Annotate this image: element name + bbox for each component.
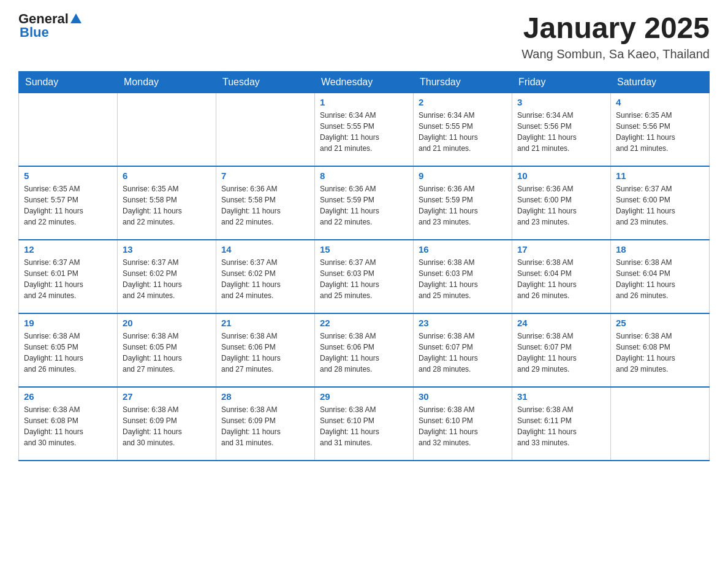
calendar-cell: 14Sunrise: 6:37 AMSunset: 6:02 PMDayligh… xyxy=(216,240,315,313)
day-info: Sunrise: 6:35 AMSunset: 5:57 PMDaylight:… xyxy=(24,183,112,228)
month-title: January 2025 xyxy=(521,12,710,45)
day-info: Sunrise: 6:36 AMSunset: 5:59 PMDaylight:… xyxy=(419,183,507,228)
calendar-cell: 4Sunrise: 6:35 AMSunset: 5:56 PMDaylight… xyxy=(611,93,710,166)
day-number: 22 xyxy=(320,318,408,328)
calendar-cell: 17Sunrise: 6:38 AMSunset: 6:04 PMDayligh… xyxy=(512,240,611,313)
calendar-cell: 21Sunrise: 6:38 AMSunset: 6:06 PMDayligh… xyxy=(216,313,315,387)
day-info: Sunrise: 6:37 AMSunset: 6:01 PMDaylight:… xyxy=(24,257,112,301)
col-wednesday: Wednesday xyxy=(315,71,414,93)
calendar-cell: 15Sunrise: 6:37 AMSunset: 6:03 PMDayligh… xyxy=(315,240,414,313)
day-number: 27 xyxy=(123,391,211,402)
day-info: Sunrise: 6:38 AMSunset: 6:07 PMDaylight:… xyxy=(517,331,605,375)
calendar-cell: 2Sunrise: 6:34 AMSunset: 5:55 PMDaylight… xyxy=(414,93,512,166)
day-info: Sunrise: 6:38 AMSunset: 6:09 PMDaylight:… xyxy=(221,404,309,448)
logo-triangle-icon xyxy=(70,13,82,23)
title-block: January 2025 Wang Sombun, Sa Kaeo, Thail… xyxy=(521,12,710,61)
calendar-cell: 22Sunrise: 6:38 AMSunset: 6:06 PMDayligh… xyxy=(315,313,414,387)
day-info: Sunrise: 6:38 AMSunset: 6:08 PMDaylight:… xyxy=(24,404,112,448)
day-info: Sunrise: 6:36 AMSunset: 5:59 PMDaylight:… xyxy=(320,183,408,228)
day-number: 2 xyxy=(419,97,507,107)
day-number: 10 xyxy=(517,170,605,181)
day-number: 13 xyxy=(123,244,211,255)
col-tuesday: Tuesday xyxy=(216,71,315,93)
day-info: Sunrise: 6:37 AMSunset: 6:02 PMDaylight:… xyxy=(221,257,309,301)
header-row: Sunday Monday Tuesday Wednesday Thursday… xyxy=(19,71,710,93)
day-number: 29 xyxy=(320,391,408,402)
calendar-cell: 27Sunrise: 6:38 AMSunset: 6:09 PMDayligh… xyxy=(118,387,216,461)
calendar-cell: 29Sunrise: 6:38 AMSunset: 6:10 PMDayligh… xyxy=(315,387,414,461)
calendar-cell: 16Sunrise: 6:38 AMSunset: 6:03 PMDayligh… xyxy=(414,240,512,313)
page-header: General Blue January 2025 Wang Sombun, S… xyxy=(18,12,710,61)
day-info: Sunrise: 6:38 AMSunset: 6:06 PMDaylight:… xyxy=(221,331,309,375)
col-sunday: Sunday xyxy=(19,71,118,93)
day-info: Sunrise: 6:38 AMSunset: 6:08 PMDaylight:… xyxy=(616,331,704,375)
day-info: Sunrise: 6:34 AMSunset: 5:55 PMDaylight:… xyxy=(320,110,408,154)
calendar-cell: 8Sunrise: 6:36 AMSunset: 5:59 PMDaylight… xyxy=(315,166,414,240)
calendar-cell xyxy=(216,93,315,166)
calendar-cell: 7Sunrise: 6:36 AMSunset: 5:58 PMDaylight… xyxy=(216,166,315,240)
day-info: Sunrise: 6:38 AMSunset: 6:05 PMDaylight:… xyxy=(123,331,211,375)
day-info: Sunrise: 6:34 AMSunset: 5:56 PMDaylight:… xyxy=(517,110,605,154)
day-number: 11 xyxy=(616,170,704,181)
day-info: Sunrise: 6:38 AMSunset: 6:09 PMDaylight:… xyxy=(123,404,211,448)
day-number: 14 xyxy=(221,244,309,255)
day-info: Sunrise: 6:38 AMSunset: 6:07 PMDaylight:… xyxy=(419,331,507,375)
calendar-cell: 19Sunrise: 6:38 AMSunset: 6:05 PMDayligh… xyxy=(19,313,118,387)
col-saturday: Saturday xyxy=(611,71,710,93)
day-number: 21 xyxy=(221,318,309,328)
calendar-cell: 20Sunrise: 6:38 AMSunset: 6:05 PMDayligh… xyxy=(118,313,216,387)
calendar-cell: 31Sunrise: 6:38 AMSunset: 6:11 PMDayligh… xyxy=(512,387,611,461)
calendar-cell: 6Sunrise: 6:35 AMSunset: 5:58 PMDaylight… xyxy=(118,166,216,240)
calendar-week-row: 12Sunrise: 6:37 AMSunset: 6:01 PMDayligh… xyxy=(19,240,710,313)
calendar-cell: 1Sunrise: 6:34 AMSunset: 5:55 PMDaylight… xyxy=(315,93,414,166)
calendar-cell: 26Sunrise: 6:38 AMSunset: 6:08 PMDayligh… xyxy=(19,387,118,461)
location-subtitle: Wang Sombun, Sa Kaeo, Thailand xyxy=(521,47,710,61)
day-info: Sunrise: 6:38 AMSunset: 6:03 PMDaylight:… xyxy=(419,257,507,301)
day-info: Sunrise: 6:35 AMSunset: 5:58 PMDaylight:… xyxy=(123,183,211,228)
calendar-cell: 12Sunrise: 6:37 AMSunset: 6:01 PMDayligh… xyxy=(19,240,118,313)
day-number: 12 xyxy=(24,244,112,255)
day-number: 30 xyxy=(419,391,507,402)
day-number: 23 xyxy=(419,318,507,328)
calendar-cell: 18Sunrise: 6:38 AMSunset: 6:04 PMDayligh… xyxy=(611,240,710,313)
day-number: 18 xyxy=(616,244,704,255)
day-number: 16 xyxy=(419,244,507,255)
day-info: Sunrise: 6:37 AMSunset: 6:03 PMDaylight:… xyxy=(320,257,408,301)
calendar-cell: 5Sunrise: 6:35 AMSunset: 5:57 PMDaylight… xyxy=(19,166,118,240)
col-thursday: Thursday xyxy=(414,71,512,93)
calendar-cell: 23Sunrise: 6:38 AMSunset: 6:07 PMDayligh… xyxy=(414,313,512,387)
col-monday: Monday xyxy=(118,71,216,93)
col-friday: Friday xyxy=(512,71,611,93)
day-number: 17 xyxy=(517,244,605,255)
calendar-week-row: 1Sunrise: 6:34 AMSunset: 5:55 PMDaylight… xyxy=(19,93,710,166)
calendar-cell: 3Sunrise: 6:34 AMSunset: 5:56 PMDaylight… xyxy=(512,93,611,166)
day-number: 31 xyxy=(517,391,605,402)
day-info: Sunrise: 6:38 AMSunset: 6:05 PMDaylight:… xyxy=(24,331,112,375)
day-number: 6 xyxy=(123,170,211,181)
day-info: Sunrise: 6:37 AMSunset: 6:00 PMDaylight:… xyxy=(616,183,704,228)
logo-blue: Blue xyxy=(18,26,82,39)
calendar-week-row: 19Sunrise: 6:38 AMSunset: 6:05 PMDayligh… xyxy=(19,313,710,387)
day-info: Sunrise: 6:35 AMSunset: 5:56 PMDaylight:… xyxy=(616,110,704,154)
calendar-cell: 9Sunrise: 6:36 AMSunset: 5:59 PMDaylight… xyxy=(414,166,512,240)
calendar-cell: 24Sunrise: 6:38 AMSunset: 6:07 PMDayligh… xyxy=(512,313,611,387)
day-number: 3 xyxy=(517,97,605,107)
day-info: Sunrise: 6:37 AMSunset: 6:02 PMDaylight:… xyxy=(123,257,211,301)
day-number: 24 xyxy=(517,318,605,328)
day-info: Sunrise: 6:34 AMSunset: 5:55 PMDaylight:… xyxy=(419,110,507,154)
day-info: Sunrise: 6:36 AMSunset: 5:58 PMDaylight:… xyxy=(221,183,309,228)
day-number: 26 xyxy=(24,391,112,402)
calendar-cell: 11Sunrise: 6:37 AMSunset: 6:00 PMDayligh… xyxy=(611,166,710,240)
day-number: 19 xyxy=(24,318,112,328)
calendar-table: Sunday Monday Tuesday Wednesday Thursday… xyxy=(18,71,710,462)
calendar-cell xyxy=(19,93,118,166)
calendar-cell xyxy=(118,93,216,166)
calendar-week-row: 5Sunrise: 6:35 AMSunset: 5:57 PMDaylight… xyxy=(19,166,710,240)
day-number: 1 xyxy=(320,97,408,107)
logo-general: General xyxy=(18,12,69,26)
day-info: Sunrise: 6:36 AMSunset: 6:00 PMDaylight:… xyxy=(517,183,605,228)
calendar-cell: 28Sunrise: 6:38 AMSunset: 6:09 PMDayligh… xyxy=(216,387,315,461)
day-number: 5 xyxy=(24,170,112,181)
day-info: Sunrise: 6:38 AMSunset: 6:11 PMDaylight:… xyxy=(517,404,605,448)
day-number: 4 xyxy=(616,97,704,107)
